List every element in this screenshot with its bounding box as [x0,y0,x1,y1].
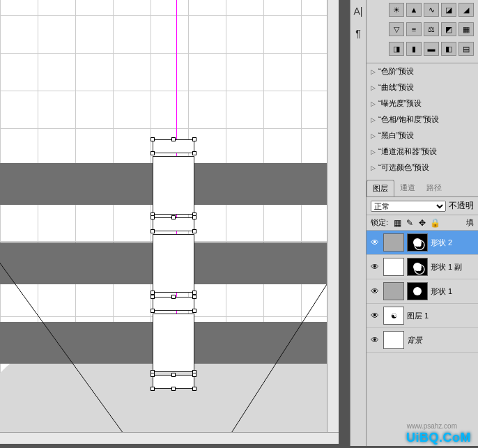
visibility-eye-icon[interactable]: 👁 [369,237,380,248]
disclosure-triangle-icon: ▷ [371,164,376,171]
visibility-eye-icon[interactable]: 👁 [369,334,380,346]
canvas-scrollbar-vertical[interactable] [327,0,339,432]
preset-channelmixer[interactable]: ▷“通道混和器”预设 [367,144,478,160]
shape-rect-3[interactable] [153,217,194,231]
layer-thumb[interactable]: ☯ [383,307,404,325]
visibility-eye-icon[interactable]: 👁 [369,310,380,321]
shape-rect-4[interactable] [153,234,194,293]
layer-list: 👁 形状 2 👁 形状 1 副 👁 形状 1 👁 ☯ 图层 1 [367,231,478,353]
vibrance-icon[interactable]: ▽ [389,22,404,36]
watermark-url: www.psahz.com [407,422,457,430]
shape-rect-6[interactable] [153,314,194,372]
tab-layers[interactable]: 图层 [367,180,394,196]
disclosure-triangle-icon: ▷ [371,132,376,139]
preset-label: “色相/饱和度”预设 [378,114,439,125]
adjustments-row-2: ▽ ≡ ⚖ ◩ ▦ [367,20,478,39]
vector-mask-thumb[interactable] [407,233,428,252]
sel-color-icon[interactable]: ▤ [458,42,474,56]
preset-list: ▷“色阶”预设 ▷“曲线”预设 ▷“曝光度”预设 ▷“色相/饱和度”预设 ▷“黑… [367,63,478,176]
preset-curves[interactable]: ▷“曲线”预设 [367,79,478,95]
tab-paths[interactable]: 路径 [421,180,447,196]
blend-mode-row: 正常 不透明 [367,197,478,215]
visibility-eye-icon[interactable]: 👁 [369,286,380,297]
vector-mask-thumb[interactable] [407,282,428,300]
canvas-viewport[interactable] [0,0,339,432]
layer-name: 图层 1 [407,311,475,321]
curves-icon[interactable]: ∿ [424,3,439,17]
tab-channels[interactable]: 通道 [394,180,421,196]
layer-row-background[interactable]: 👁 背景 [367,328,478,353]
exposure-icon[interactable]: ◪ [441,3,456,17]
fill-label: 填 [466,217,474,228]
watermark-main: UiBQ.CoM [406,431,471,445]
layer-thumb[interactable] [383,331,404,349]
layer-thumb[interactable] [383,233,404,252]
preset-bw[interactable]: ▷“黑白”预设 [367,128,478,144]
gradient-icon[interactable]: ◧ [441,42,456,56]
blend-mode-select[interactable]: 正常 [371,201,446,212]
text-tool-icon[interactable]: A| [350,0,366,22]
preset-label: “可选颜色”预设 [378,162,429,173]
lock-move-icon[interactable]: ✥ [417,218,427,228]
preset-selcolor[interactable]: ▷“可选颜色”预设 [367,160,478,176]
opacity-label: 不透明 [449,200,474,212]
adjustments-row-1: ☀ ▲ ∿ ◪ ◢ [367,0,478,20]
brightness-icon[interactable]: ☀ [389,3,404,17]
preset-label: “曲线”预设 [378,82,414,93]
layer-name: 形状 1 副 [431,262,475,272]
disclosure-triangle-icon: ▷ [371,68,376,75]
preset-label: “色阶”预设 [378,66,414,77]
layer-thumb[interactable] [383,258,404,276]
preset-label: “通道混和器”预设 [378,146,437,157]
preset-huesat[interactable]: ▷“色相/饱和度”预设 [367,111,478,128]
paragraph-icon[interactable]: ¶ [350,22,366,45]
vector-mask-thumb[interactable] [407,258,428,276]
photo-icon[interactable]: ▦ [458,22,474,36]
invert-icon[interactable]: ◨ [389,42,404,56]
layer-row-shape1[interactable]: 👁 形状 1 [367,279,478,304]
right-panel-group: ☀ ▲ ∿ ◪ ◢ ▽ ≡ ⚖ ◩ ▦ ◨ ▮ ▬ ◧ ▤ ▷“色阶”预设 ▷“… [367,0,478,446]
layer-row-layer1[interactable]: 👁 ☯ 图层 1 [367,304,478,328]
layer-row-shape1copy[interactable]: 👁 形状 1 副 [367,255,478,279]
shape-rect-5[interactable] [153,297,194,311]
preset-exposure[interactable]: ▷“曝光度”预设 [367,95,478,111]
adjustments-row-3: ◨ ▮ ▬ ◧ ▤ [367,39,478,59]
preset-label: “曝光度”预设 [378,98,422,109]
layers-panel-tabs: 图层 通道 路径 [367,180,478,197]
preset-label: “黑白”预设 [378,130,414,141]
preset-levels[interactable]: ▷“色阶”预设 [367,63,478,79]
visibility-eye-icon[interactable]: 👁 [369,261,380,272]
layer-name: 形状 2 [431,238,475,248]
more-icon[interactable]: ◢ [458,3,474,17]
disclosure-triangle-icon: ▷ [371,148,376,155]
shape-rect-2[interactable] [153,156,194,215]
layers-panel: 图层 通道 路径 正常 不透明 锁定: ▦ ✎ ✥ 🔒 填 👁 形状 2 [367,180,478,353]
layer-name: 背景 [407,335,475,346]
bw-icon[interactable]: ◩ [441,22,456,36]
levels-icon[interactable]: ▲ [406,3,422,17]
disclosure-triangle-icon: ▷ [371,116,376,123]
posterize-icon[interactable]: ▮ [406,42,422,56]
threshold-icon[interactable]: ▬ [424,42,439,56]
disclosure-triangle-icon: ▷ [371,84,376,91]
lock-all-icon[interactable]: 🔒 [430,218,440,228]
balance-icon[interactable]: ⚖ [424,22,439,36]
collapsed-sidebar[interactable]: A| ¶ [350,0,367,446]
lock-transparent-icon[interactable]: ▦ [392,218,402,228]
layer-thumb[interactable] [383,282,404,300]
canvas-scrollbar-horizontal[interactable] [0,432,339,444]
hue-icon[interactable]: ≡ [406,22,422,36]
layer-name: 形状 1 [431,286,475,297]
disclosure-triangle-icon: ▷ [371,100,376,107]
lock-row: 锁定: ▦ ✎ ✥ 🔒 填 [367,215,478,231]
lock-label: 锁定: [371,217,388,228]
layer-row-shape2[interactable]: 👁 形状 2 [367,231,478,255]
lock-brush-icon[interactable]: ✎ [405,218,415,228]
shape-rect-1[interactable] [153,139,194,153]
